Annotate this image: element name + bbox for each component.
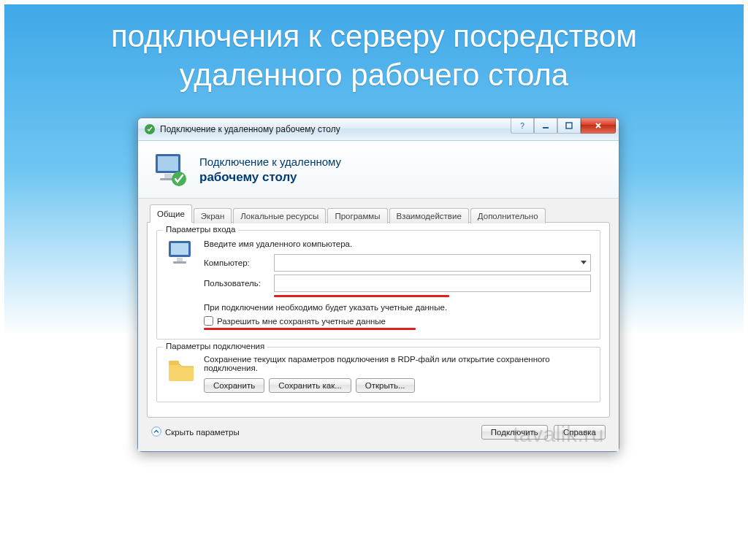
save-button[interactable]: Сохранить: [204, 378, 264, 393]
computer-combo[interactable]: [274, 254, 591, 272]
tab-programs[interactable]: Программы: [327, 208, 387, 223]
slide: подключения к серверу посредством удален…: [0, 0, 748, 560]
header-line2: рабочему столу: [199, 169, 341, 185]
svg-rect-10: [171, 243, 188, 255]
group-connection-legend: Параметры подключения: [163, 342, 267, 350]
credentials-note: При подключении необходимо будет указать…: [204, 303, 591, 312]
header-band: Подключение к удаленному рабочему столу: [138, 141, 619, 199]
group-connection: Параметры подключения Сохранение текущих…: [156, 347, 600, 402]
tab-display[interactable]: Экран: [194, 208, 232, 223]
help-footer-button[interactable]: Справка: [554, 425, 606, 440]
group-login-legend: Параметры входа: [163, 225, 238, 234]
close-button[interactable]: [581, 118, 616, 134]
group-login: Параметры входа Введите имя удаленного: [156, 230, 600, 340]
svg-rect-12: [173, 261, 186, 264]
save-credentials-label: Разрешить мне сохранять учетные данные: [217, 317, 386, 326]
tab-strip: Общие Экран Локальные ресурсы Программы …: [147, 204, 610, 223]
save-as-button[interactable]: Сохранить как...: [269, 378, 351, 393]
svg-rect-2: [543, 127, 549, 129]
tab-page-general: Параметры входа Введите имя удаленного: [147, 222, 610, 418]
tab-advanced[interactable]: Дополнительно: [470, 208, 546, 223]
folder-icon: [166, 355, 196, 393]
tab-experience[interactable]: Взаимодействие: [389, 208, 469, 223]
connect-button[interactable]: Подключить: [481, 425, 548, 440]
footer: Скрыть параметры Подключить Справка: [147, 418, 610, 442]
save-credentials-checkbox[interactable]: [204, 316, 213, 326]
svg-text:?: ?: [520, 122, 524, 130]
connection-text: Сохранение текущих параметров подключени…: [204, 355, 591, 372]
annotation-underline-user: [274, 295, 449, 297]
svg-rect-3: [566, 123, 572, 129]
help-button[interactable]: ?: [511, 118, 534, 134]
hide-options-label: Скрыть параметры: [165, 428, 240, 437]
computer-icon: [166, 238, 196, 330]
titlebar[interactable]: Подключение к удаленному рабочему столу …: [138, 118, 619, 141]
login-instruction: Введите имя удаленного компьютера.: [204, 239, 591, 248]
tab-local-resources[interactable]: Локальные ресурсы: [233, 208, 326, 223]
chevron-down-icon[interactable]: [577, 255, 590, 271]
rdp-window: Подключение к удаленному рабочему столу …: [137, 118, 619, 452]
svg-rect-5: [158, 156, 178, 171]
svg-rect-13: [169, 361, 179, 365]
annotation-underline-checkbox: [204, 328, 416, 330]
hide-options-link[interactable]: Скрыть параметры: [151, 426, 240, 438]
computer-label: Компьютер:: [204, 258, 274, 267]
tab-general[interactable]: Общие: [150, 204, 192, 223]
slide-title: подключения к серверу посредством удален…: [4, 4, 744, 101]
minimize-button[interactable]: [534, 118, 557, 134]
window-body: Общие Экран Локальные ресурсы Программы …: [138, 199, 619, 451]
window-title: Подключение к удаленному рабочему столу: [160, 124, 340, 134]
maximize-button[interactable]: [557, 118, 581, 134]
user-input[interactable]: [274, 275, 591, 292]
header-line1: Подключение к удаленному: [199, 156, 341, 169]
rdp-app-icon: [144, 123, 156, 135]
svg-rect-6: [164, 174, 172, 178]
open-button[interactable]: Открыть...: [356, 378, 415, 393]
chevron-up-icon: [151, 426, 161, 438]
svg-point-14: [152, 427, 161, 437]
rdp-header-icon: [151, 151, 189, 189]
header-text: Подключение к удаленному рабочему столу: [199, 156, 341, 185]
window-controls: ?: [511, 118, 616, 134]
user-label: Пользователь:: [204, 279, 274, 288]
svg-rect-11: [177, 258, 183, 261]
